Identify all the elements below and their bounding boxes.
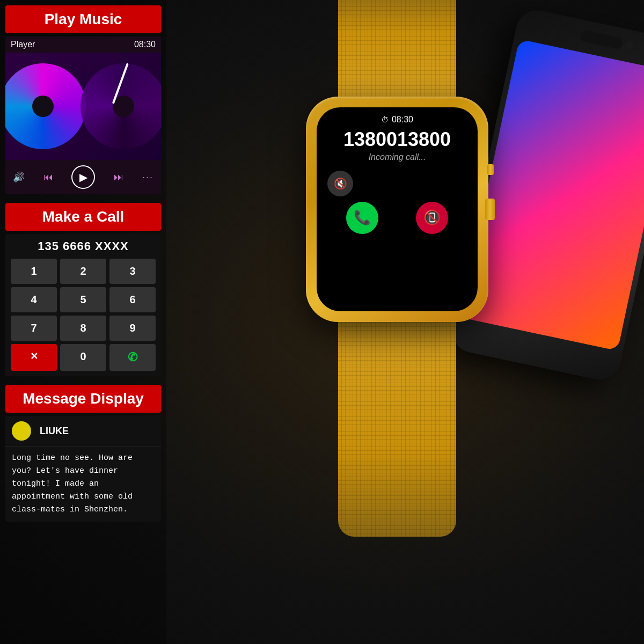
music-header: Play Music	[5, 5, 161, 33]
vinyl-left	[5, 63, 86, 149]
next-button[interactable]: ⏭	[114, 172, 123, 183]
message-contact: LIUKE	[5, 416, 161, 447]
watch-side-button[interactable]	[487, 164, 494, 175]
key-call[interactable]: ✆	[109, 344, 156, 371]
watch-screen: ⏱ 08:30 1380013800 Incoming call... 🔇 📞 …	[317, 107, 478, 311]
message-header: Message Display	[5, 385, 161, 413]
watch-buttons: 🔇 📞 📵	[322, 171, 472, 234]
watch-phone-area: ⏱ 08:30 1380013800 Incoming call... 🔇 📞 …	[166, 0, 644, 644]
watch-band-top	[338, 0, 456, 97]
watch-decline-button[interactable]: 📵	[416, 202, 448, 234]
clock-icon: ⏱	[381, 115, 389, 124]
call-number: 135 6666 XXXX	[11, 239, 156, 253]
player-time: 08:30	[134, 40, 156, 49]
call-header: Make a Call	[5, 203, 161, 231]
key-8[interactable]: 8	[60, 316, 106, 341]
call-display: 135 6666 XXXX 1 2 3 4 5 6 7 8 9 ✕ 0 ✆	[5, 234, 161, 376]
contact-name: LIUKE	[40, 426, 69, 437]
left-panel: Play Music Player 08:30 🔊 ⏮ ▶ ⏭ ··· Make…	[0, 0, 166, 644]
band-mesh-bottom	[338, 322, 456, 537]
phone-camera	[625, 41, 634, 50]
watch-mute-button[interactable]: 🔇	[327, 171, 353, 196]
volume-icon[interactable]: 🔊	[13, 171, 25, 183]
key-3[interactable]: 3	[109, 259, 156, 284]
band-mesh-top	[338, 0, 456, 97]
key-5[interactable]: 5	[60, 287, 106, 312]
watch-time: 08:30	[392, 115, 413, 125]
music-section: Play Music Player 08:30 🔊 ⏮ ▶ ⏭ ···	[5, 5, 161, 194]
smartwatch: ⏱ 08:30 1380013800 Incoming call... 🔇 📞 …	[306, 97, 488, 322]
watch-caller-number: 1380013800	[343, 129, 451, 150]
call-section: Make a Call 135 6666 XXXX 1 2 3 4 5 6 7 …	[5, 203, 161, 376]
player-label: Player	[11, 40, 35, 49]
phone-notch	[579, 30, 624, 50]
key-0[interactable]: 0	[60, 344, 106, 371]
key-1[interactable]: 1	[11, 259, 57, 284]
watch-time-row: ⏱ 08:30	[381, 115, 413, 125]
play-button[interactable]: ▶	[71, 165, 95, 189]
prev-button[interactable]: ⏮	[43, 172, 53, 183]
key-delete[interactable]: ✕	[11, 344, 57, 371]
watch-answer-button[interactable]: 📞	[346, 202, 378, 234]
watch-case: ⏱ 08:30 1380013800 Incoming call... 🔇 📞 …	[306, 97, 488, 322]
key-2[interactable]: 2	[60, 259, 106, 284]
vinyl-right	[80, 63, 161, 149]
key-7[interactable]: 7	[11, 316, 57, 341]
keypad: 1 2 3 4 5 6 7 8 9 ✕ 0 ✆	[11, 259, 156, 371]
message-display: LIUKE Long time no see. How are you? Let…	[5, 416, 161, 522]
contact-avatar	[12, 421, 31, 441]
player-header: Player 08:30	[5, 36, 161, 53]
player-controls: 🔊 ⏮ ▶ ⏭ ···	[5, 160, 161, 194]
album-art	[5, 53, 161, 160]
key-9[interactable]: 9	[109, 316, 156, 341]
watch-incoming-text: Incoming call...	[369, 152, 426, 162]
more-button[interactable]: ···	[142, 172, 153, 183]
key-6[interactable]: 6	[109, 287, 156, 312]
message-text: Long time no see. How are you? Let's hav…	[5, 447, 161, 522]
key-4[interactable]: 4	[11, 287, 57, 312]
message-section: Message Display LIUKE Long time no see. …	[5, 385, 161, 639]
watch-call-buttons: 📞 📵	[327, 202, 467, 234]
music-player: Player 08:30 🔊 ⏮ ▶ ⏭ ···	[5, 36, 161, 194]
watch-band-bottom	[338, 322, 456, 537]
watch-crown	[485, 199, 495, 220]
